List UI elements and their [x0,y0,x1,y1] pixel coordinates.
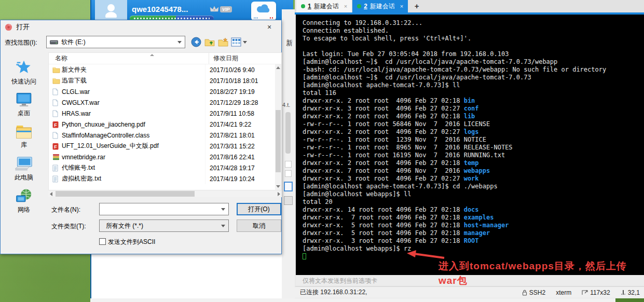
column-header-date[interactable]: 修改日期 [209,53,281,64]
terminal-line: total 20 [303,198,644,206]
file-row[interactable]: CLGL.war2018/2/27 19:19 [49,86,281,97]
tab-label: 新建会话 [314,2,339,11]
file-row[interactable]: FPython_chuxue_jiaocheng.pdf2017/4/21 9:… [49,119,281,130]
file-row[interactable]: CWGLXT.war2017/12/29 18:28 [49,97,281,108]
scrollbar-thumb[interactable] [276,110,281,172]
quick-access-star-icon [15,59,33,76]
file-row[interactable]: 虚拟机密匙.txt2017/4/19 10:24 [49,173,281,184]
terminal-line: drwxr-xr-x. 3 root root 4096 Feb 27 02:1… [303,237,644,245]
person-icon [103,2,119,18]
terminal-screen[interactable]: Connecting to 192.168.0.31:22...Connecti… [296,15,644,275]
look-in-combobox[interactable]: 软件 (E:) [46,36,185,48]
terminal-line: drwxr-xr-x. 3 root root 4096 Feb 27 02:2… [303,105,644,113]
file-row[interactable]: 代维账号.txt2017/4/28 19:17 [49,162,281,173]
terminal-text: Connecting to 192.168.0.31:22...Connecti… [303,19,644,260]
caret-position-icon [621,290,626,295]
view-menu-button[interactable] [231,36,249,48]
cloud-pc-icon[interactable] [251,2,276,21]
chevron-down-icon [243,41,247,44]
scroll-down-icon [276,185,280,188]
sidebar-item-quick-access[interactable]: 快速访问 [1,57,47,89]
back-button[interactable] [190,36,202,48]
sidebar-item-desktop[interactable]: 桌面 [1,89,47,121]
lock-icon [522,290,527,296]
tab-close-icon[interactable]: × [344,3,347,9]
connection-status: 已连接 192.168.0.31:22, [295,288,367,297]
file-list-header: 名称 修改日期 [49,53,281,64]
terminal-line: drwxr-xr-x. 2 root root 4096 Feb 27 02:1… [303,97,644,105]
vertical-scrollbar[interactable] [275,64,281,190]
file-row[interactable]: 迅雷下载2017/10/18 18:01 [49,75,281,86]
new-folder-button[interactable] [217,36,229,48]
session-tab[interactable]: 2新建会话× [352,0,408,12]
terminal-line: [admin@localhost webapps]$ rz [303,245,644,253]
session-tab[interactable]: 1新建会话× [296,0,352,12]
send-text-bar[interactable]: 仅将文本发送到当前选项卡 [296,275,644,286]
background-primary-button-fragment [284,182,293,191]
sidebar-item-library[interactable]: 库 [1,121,47,153]
file-date: 2017/12/29 18:28 [205,97,281,108]
up-one-level-button[interactable] [204,36,215,48]
look-in-value: 软件 (E:) [61,38,86,47]
drive-icon [50,39,58,45]
file-row[interactable]: FUFT_12.01_UserGuide_中文版.pdf2017/3/31 15… [49,141,281,152]
horizontal-scrollbar[interactable] [48,190,282,197]
file-date: 2017/9/11 10:58 [205,108,281,119]
terminal-line: drwxr-xr-x. 7 root root 4096 Feb 27 02:1… [303,214,644,222]
chevron-down-icon [177,41,182,44]
dialog-title: 打开 [16,22,30,32]
cancel-button[interactable]: 取消 [237,219,281,232]
file-name-label: 文件名(N): [51,205,80,214]
file-type-value: 所有文件 (*.*) [106,222,143,230]
places-sidebar: 快速访问桌面库此电脑网络 [1,52,47,230]
file-row[interactable]: StaffinfoManageController.class2017/8/21… [49,130,281,141]
folder-icon [52,66,60,73]
background-button-fragment: 新 [286,38,293,48]
desktop: { "colors": { "active_tab_blue": "#1b86d… [0,0,644,302]
file-date: 2017/8/16 22:41 [205,152,281,162]
terminal-cursor [303,253,306,259]
avatar[interactable] [95,0,127,21]
terminal-line: Connecting to 192.168.0.31:22... [303,19,644,27]
session-connected-dot [357,4,361,8]
ascii-checkbox[interactable] [99,238,106,245]
tab-close-icon[interactable]: × [400,3,403,9]
file-name: Python_chuxue_jiaocheng.pdf [62,121,205,128]
sort-ascending-icon [150,54,154,56]
file-type-combobox[interactable]: 所有文件 (*.*) [99,219,229,232]
file-row[interactable]: 新文件夹2017/10/26 9:40 [49,64,281,75]
terminal-line: -rw-r--r--. 1 root root 8965 Nov 7 2016 … [303,144,644,152]
text-file-icon [52,164,58,172]
file-name: 代维账号.txt [62,163,205,172]
svg-text:F: F [54,122,57,127]
file-name-input[interactable] [99,203,229,215]
file-row[interactable]: vmnetbridge.rar2017/8/16 22:41 [49,152,281,162]
file-row[interactable]: HRAS.war2017/9/11 10:58 [49,108,281,119]
terminal-line: [admin@localhost webapps]$ ll [303,190,644,198]
column-header-name[interactable]: 名称 [49,54,209,63]
file-name: 迅雷下载 [62,76,205,85]
view-menu-icon [231,37,241,47]
background-window-strip: 新 4.t. [282,9,295,298]
open-button[interactable]: 打开(O) [237,203,281,215]
dialog-title-bar[interactable]: 打开 × [1,20,281,34]
terminal-size-indicator: 117x32 [582,289,610,296]
scrollbar-thumb[interactable] [56,191,195,197]
terminal-line: -rw-r--r--. 1 root root 56846 Nov 7 2016… [303,120,644,128]
terminal-line [303,43,644,50]
terminal-line: total 116 [303,89,644,97]
session-connected-dot [301,4,305,8]
library-folder-icon [15,125,33,139]
open-file-dialog: 打开 × 查找范围(I): 软件 (E:) [0,20,282,254]
scroll-right-icon [278,192,280,196]
sidebar-item-network[interactable]: 网络 [1,185,47,217]
dialog-toolbar: 查找范围(I): 软件 (E:) [1,36,281,49]
terminal-line: -bash: cd: /usr/local/java/apache-tomcat… [303,66,644,74]
new-tab-button[interactable]: + [411,1,422,11]
sidebar-item-this-pc[interactable]: 此电脑 [1,153,47,185]
file-name: StaffinfoManageController.class [62,132,205,139]
terminal-line: Last login: Tue Feb 27 03:05:04 2018 fro… [303,50,644,58]
background-scrollbar-fragment [285,112,291,154]
file-name: CWGLXT.war [62,99,205,106]
dialog-close-button[interactable]: × [262,23,277,31]
